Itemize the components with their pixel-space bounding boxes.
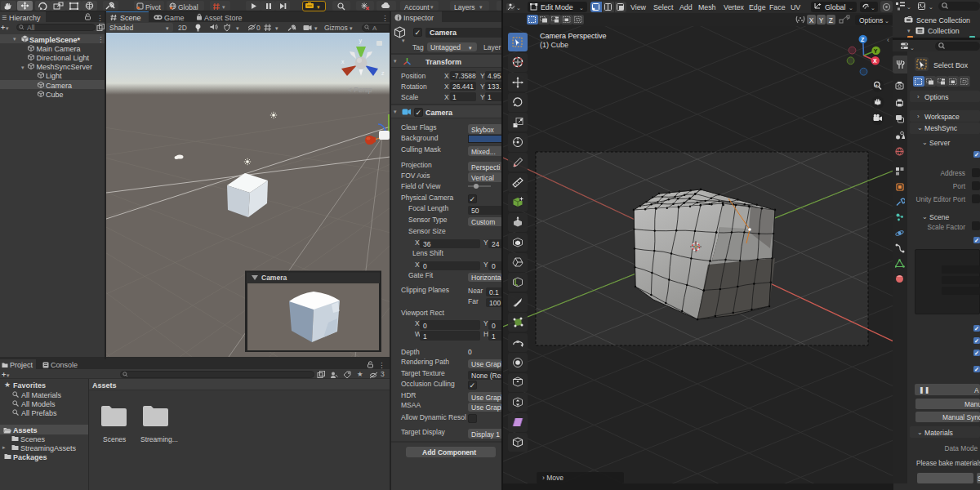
svg-text:Camera Perspective: Camera Perspective (540, 32, 607, 40)
svg-text:⌄: ⌄ (910, 45, 915, 51)
svg-text:› Move: › Move (542, 474, 564, 482)
svg-text:‹: ‹ (887, 36, 889, 44)
svg-text:Y: Y (874, 48, 878, 54)
svg-text:Camera: Camera (261, 274, 287, 282)
svg-text:x: x (341, 59, 345, 65)
svg-text:(1) Cube: (1) Cube (540, 41, 568, 49)
svg-text:y: y (359, 38, 363, 44)
svg-text:+: + (875, 82, 879, 87)
svg-text:< Persp: < Persp (348, 86, 372, 94)
svg-text:X: X (873, 58, 877, 64)
svg-text:z: z (381, 70, 385, 76)
svg-text:⌄: ⌄ (906, 4, 911, 10)
svg-text:⌄: ⌄ (516, 5, 521, 11)
svg-text:Z: Z (861, 37, 865, 42)
